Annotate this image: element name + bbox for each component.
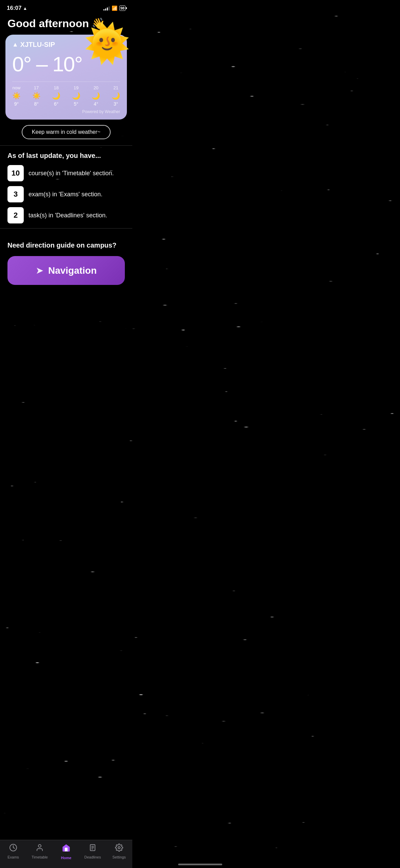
hour-temp: 5° [74, 101, 78, 107]
hour-icon: 🌙 [52, 92, 60, 100]
status-bar: 16:07 ▲ 📶 98 [0, 0, 132, 14]
stat-item: 10 course(s) in 'Timetable' section. [7, 165, 125, 181]
stat-label: task(s) in 'Deadlines' section. [28, 212, 107, 219]
weather-hour-item: 17 ☀️ 8° [32, 85, 41, 107]
weather-temp: 0° – 10° [12, 52, 120, 76]
status-right: 📶 98 [103, 5, 126, 11]
weather-hour-item: 19 🌙 5° [72, 85, 80, 107]
hour-temp: 6° [54, 101, 58, 107]
signal-icon [103, 6, 110, 11]
weather-powered-by: Powered by Weather [12, 109, 120, 114]
hour-temp: 4° [94, 101, 98, 107]
hour-temp: 9° [14, 101, 19, 107]
direction-title: Need direction guide on campus? [7, 241, 125, 249]
weather-hour-item: 18 🌙 6° [52, 85, 60, 107]
stat-label: course(s) in 'Timetable' section. [28, 170, 114, 177]
battery-icon: 98 [119, 5, 126, 11]
stats-title: As of last update, you have... [7, 152, 125, 160]
stat-item: 2 task(s) in 'Deadlines' section. [7, 207, 125, 223]
stat-label: exam(s) in 'Exams' section. [28, 191, 102, 198]
location-arrow-icon: ▲ [23, 6, 27, 11]
divider [0, 145, 132, 146]
navigation-button[interactable]: ➤ Navigation [7, 256, 125, 285]
hour-icon: ☀️ [12, 92, 21, 100]
hour-label: 18 [54, 85, 58, 90]
weather-hour-item: 21 🌙 3° [112, 85, 120, 107]
wifi-icon: 📶 [112, 5, 117, 11]
hour-label: 21 [113, 85, 118, 90]
weather-card: 🌞 ▲ XJTLU-SIP 0° – 10° now ☀️ 9° 17 ☀️ 8… [5, 35, 127, 120]
stats-items: 10 course(s) in 'Timetable' section. 3 e… [7, 165, 125, 223]
greeting-emoji: 👋 [92, 17, 105, 30]
hour-icon: 🌙 [72, 92, 80, 100]
hour-label: now [13, 85, 21, 90]
hour-icon: 🌙 [112, 92, 120, 100]
weather-hourly: now ☀️ 9° 17 ☀️ 8° 18 🌙 6° 19 🌙 5° 20 🌙 … [12, 82, 120, 107]
status-time: 16:07 ▲ [7, 5, 27, 12]
greeting-text: Good afternoon [7, 17, 89, 30]
stat-badge: 10 [7, 165, 24, 181]
tip-text: Keep warm in cold weather~ [22, 125, 111, 139]
hour-temp: 3° [114, 101, 118, 107]
hour-icon: 🌙 [92, 92, 100, 100]
location-arrow-icon: ▲ [12, 41, 18, 48]
stat-badge: 3 [7, 186, 24, 202]
stats-section: As of last update, you have... 10 course… [0, 152, 132, 223]
navigation-arrow-icon: ➤ [36, 265, 43, 276]
hour-temp: 8° [34, 101, 38, 107]
tip-bubble: Keep warm in cold weather~ [0, 125, 132, 139]
stat-item: 3 exam(s) in 'Exams' section. [7, 186, 125, 202]
hour-label: 20 [94, 85, 98, 90]
hour-label: 19 [74, 85, 78, 90]
divider-2 [0, 228, 132, 229]
weather-location: ▲ XJTLU-SIP [12, 41, 120, 49]
stat-badge: 2 [7, 207, 24, 223]
hour-icon: ☀️ [32, 92, 41, 100]
weather-hour-item: now ☀️ 9° [12, 85, 21, 107]
time-display: 16:07 [7, 5, 21, 12]
greeting: Good afternoon 👋 [0, 14, 132, 32]
direction-section: Need direction guide on campus? ➤ Naviga… [0, 235, 132, 291]
navigation-button-label: Navigation [48, 265, 97, 276]
weather-location-text: XJTLU-SIP [20, 41, 55, 49]
weather-hour-item: 20 🌙 4° [92, 85, 100, 107]
hour-label: 17 [34, 85, 39, 90]
